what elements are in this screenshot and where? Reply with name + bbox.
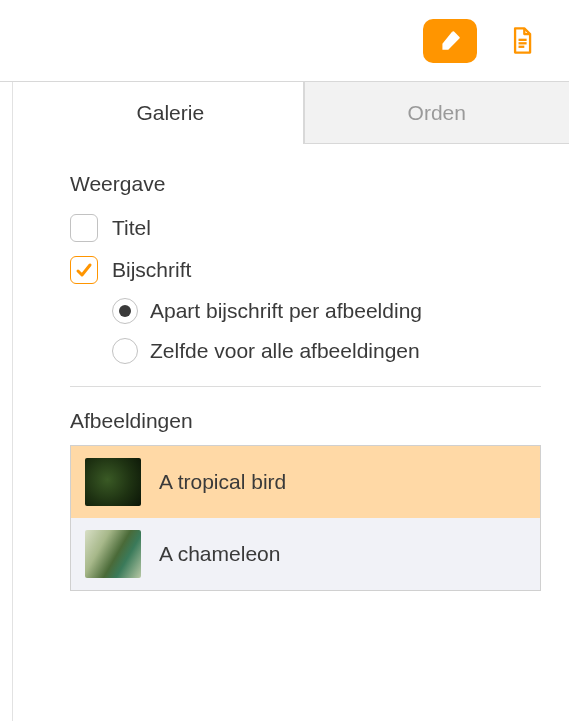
- image-list: A tropical bird A chameleon: [70, 445, 541, 591]
- radio-same-label: Zelfde voor alle afbeeldingen: [150, 339, 420, 363]
- document-button[interactable]: [495, 19, 549, 63]
- title-checkbox-row: Titel: [70, 214, 541, 242]
- image-thumbnail: [85, 458, 141, 506]
- image-thumbnail: [85, 530, 141, 578]
- toolbar: [0, 0, 569, 82]
- images-heading: Afbeeldingen: [70, 409, 541, 433]
- image-row[interactable]: A chameleon: [71, 518, 540, 590]
- image-name-label: A tropical bird: [159, 470, 286, 494]
- tab-gallery[interactable]: Galerie: [38, 82, 304, 144]
- radio-separate-row: Apart bijschrift per afbeelding: [112, 298, 541, 324]
- radio-same-row: Zelfde voor alle afbeeldingen: [112, 338, 541, 364]
- display-heading: Weergave: [70, 172, 541, 196]
- document-icon: [508, 26, 536, 56]
- image-name-label: A chameleon: [159, 542, 280, 566]
- radio-separate[interactable]: [112, 298, 138, 324]
- checkmark-icon: [74, 260, 94, 280]
- radio-same[interactable]: [112, 338, 138, 364]
- format-button[interactable]: [423, 19, 477, 63]
- inspector-panel: Galerie Orden Weergave Titel Bijschrift …: [12, 82, 569, 721]
- tab-bar: Galerie Orden: [38, 82, 569, 144]
- radio-separate-label: Apart bijschrift per afbeelding: [150, 299, 422, 323]
- image-row[interactable]: A tropical bird: [71, 446, 540, 518]
- title-checkbox[interactable]: [70, 214, 98, 242]
- caption-checkbox-label: Bijschrift: [112, 258, 191, 282]
- caption-checkbox[interactable]: [70, 256, 98, 284]
- caption-mode-radio-group: Apart bijschrift per afbeelding Zelfde v…: [70, 298, 541, 364]
- title-checkbox-label: Titel: [112, 216, 151, 240]
- caption-checkbox-row: Bijschrift: [70, 256, 541, 284]
- paintbrush-icon: [437, 28, 463, 54]
- images-section: Afbeeldingen A tropical bird A chameleon: [38, 387, 569, 591]
- tab-arrange[interactable]: Orden: [304, 82, 570, 144]
- radio-dot-icon: [119, 305, 131, 317]
- display-section: Weergave Titel Bijschrift Apart bijschri…: [38, 144, 569, 364]
